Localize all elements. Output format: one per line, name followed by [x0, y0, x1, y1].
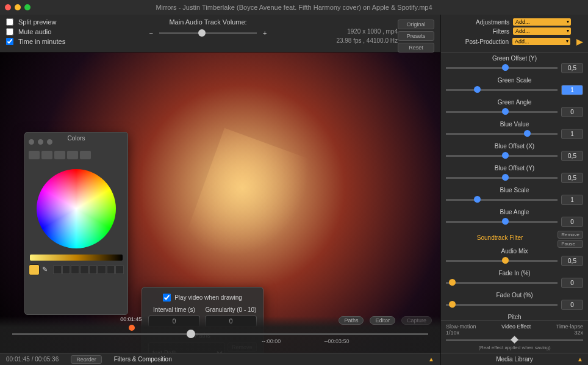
- time-minutes-label: Time in minutes: [18, 38, 65, 45]
- expand-icon[interactable]: ▲: [428, 356, 434, 363]
- adjustments-add-menu[interactable]: Add...: [513, 18, 571, 26]
- timeline-area: Paths Editor Capture 00:01:45 --:00:00 -…: [0, 316, 440, 353]
- param-row: Green Offset (Y)0,5: [446, 55, 583, 73]
- param-slider[interactable]: [446, 67, 558, 69]
- volume-minus-button[interactable]: −: [149, 29, 153, 37]
- playhead[interactable]: [187, 330, 195, 338]
- speed-max-label: 32x: [574, 330, 583, 336]
- param-value[interactable]: 0: [561, 217, 583, 227]
- timeline-marker[interactable]: [129, 325, 135, 331]
- presets-button[interactable]: Presets: [398, 31, 434, 41]
- param-label: Blue Value: [446, 121, 583, 128]
- param-label: Green Angle: [446, 99, 583, 106]
- current-color-swatch[interactable]: [29, 264, 40, 275]
- reset-button[interactable]: Reset: [398, 43, 434, 52]
- param-row: Blue Offset (Y)0,5: [446, 165, 583, 183]
- paths-tab-button[interactable]: Paths: [339, 316, 364, 325]
- active-tab-label[interactable]: Filters & Composition: [114, 356, 172, 363]
- param-value[interactable]: 0: [561, 300, 583, 310]
- right-footer[interactable]: Media Library ▲: [441, 353, 588, 365]
- play-when-drawing-label: Play video when drawing: [174, 294, 242, 301]
- remove-filter-button[interactable]: Remove: [558, 231, 583, 239]
- swatch-grid[interactable]: [53, 266, 124, 274]
- volume-slider[interactable]: [159, 32, 257, 34]
- param-row: Green Angle0: [446, 99, 583, 117]
- reorder-button[interactable]: Reorder: [71, 355, 102, 364]
- param-slider[interactable]: [446, 221, 558, 223]
- granularity-label: Granularity (0 - 10): [205, 306, 257, 313]
- param-slider[interactable]: [446, 177, 558, 179]
- param-value[interactable]: 0,5: [561, 151, 583, 161]
- param-slider[interactable]: [446, 111, 558, 113]
- param-slider[interactable]: [446, 199, 558, 201]
- param-row: Pitch1: [446, 314, 583, 320]
- param-slider[interactable]: [446, 133, 558, 135]
- param-row: Blue Scale1: [446, 187, 583, 205]
- trim-end-label: --00:03:50: [324, 338, 350, 344]
- postprod-add-menu[interactable]: Add...: [512, 38, 570, 45]
- interval-label: Interval time (s): [148, 306, 200, 313]
- capture-tab-button[interactable]: Capture: [401, 316, 432, 325]
- param-label: Blue Offset (X): [446, 143, 583, 150]
- param-value[interactable]: 0: [561, 107, 583, 117]
- editor-tab-button[interactable]: Editor: [370, 316, 395, 325]
- param-value[interactable]: 0,5: [561, 256, 583, 266]
- param-label: Audio Mix: [446, 248, 583, 255]
- param-row: Blue Angle0: [446, 209, 583, 227]
- param-value[interactable]: 1: [561, 195, 583, 205]
- marker-time-label: 00:01:45: [120, 316, 142, 322]
- brightness-slider[interactable]: [30, 255, 123, 261]
- mute-audio-toggle[interactable]: Mute audio: [6, 28, 104, 35]
- colors-title: Colors: [25, 135, 127, 142]
- time-minutes-toggle[interactable]: Time in minutes: [6, 38, 104, 45]
- param-slider[interactable]: [446, 282, 558, 284]
- filters-add-menu[interactable]: Add...: [513, 27, 571, 35]
- status-bar: 00:01:45 / 00:05:36 Reorder Filters & Co…: [0, 353, 440, 365]
- param-value[interactable]: 0: [561, 278, 583, 288]
- timeline-slider[interactable]: 00:01:45 --:00:00 --00:03:50: [12, 333, 428, 335]
- color-wheel[interactable]: [37, 169, 116, 248]
- param-row: Green Scale1: [446, 77, 583, 95]
- param-row: Fade Out (%)0: [446, 292, 583, 310]
- colors-panel[interactable]: Colors ✎: [24, 132, 128, 315]
- slow-motion-label: Slow-motion: [446, 323, 476, 330]
- param-slider[interactable]: [446, 304, 558, 306]
- expand-icon[interactable]: ▲: [577, 356, 583, 363]
- param-row: Blue Offset (X)0,5: [446, 143, 583, 161]
- play-when-drawing-toggle[interactable]: [163, 294, 171, 302]
- param-label: Blue Offset (Y): [446, 165, 583, 172]
- param-slider[interactable]: [446, 260, 558, 262]
- split-preview-label: Split preview: [18, 18, 56, 26]
- filters-label: Filters: [446, 28, 509, 35]
- video-effect-panel: Slow-motion Video Effect Time-lapse 1/10…: [441, 320, 588, 353]
- effect-note: (Real effect applied when saving): [446, 345, 583, 350]
- param-row: Audio Mix0,5: [446, 248, 583, 266]
- media-library-label: Media Library: [496, 356, 533, 363]
- param-label: Fade Out (%): [446, 292, 583, 298]
- param-label: Blue Angle: [446, 209, 583, 215]
- volume-plus-button[interactable]: +: [263, 29, 267, 37]
- original-button[interactable]: Original: [398, 20, 434, 29]
- param-slider[interactable]: [446, 155, 558, 157]
- param-label: Pitch: [446, 314, 583, 320]
- media-rate: 23.98 fps , 44100.0 Hz: [312, 36, 398, 45]
- param-value[interactable]: 1: [561, 129, 583, 139]
- param-row: Fade In (%)0: [446, 270, 583, 288]
- param-value[interactable]: 0,5: [561, 173, 583, 183]
- mute-audio-label: Mute audio: [18, 28, 51, 35]
- eyedropper-icon[interactable]: ✎: [42, 266, 51, 274]
- param-value[interactable]: 0,5: [561, 63, 583, 73]
- param-label: Green Scale: [446, 77, 583, 84]
- video-viewer[interactable]: Colors ✎ Play video when drawing: [0, 52, 440, 353]
- adjustments-label: Adjustments: [446, 19, 509, 26]
- param-value[interactable]: 1: [561, 85, 583, 95]
- speed-slider[interactable]: [446, 339, 583, 341]
- titlebar: Mirrors - Justin Timberlake (Boyce Avenu…: [0, 0, 588, 15]
- color-picker-tabs[interactable]: [29, 151, 124, 159]
- play-effect-icon[interactable]: ▶: [576, 37, 583, 46]
- param-slider[interactable]: [446, 89, 558, 91]
- window-title: Mirrors - Justin Timberlake (Boyce Avenu…: [0, 4, 588, 11]
- top-controls: Split preview Mute audio Time in minutes…: [0, 15, 440, 52]
- split-preview-toggle[interactable]: Split preview: [6, 18, 104, 26]
- pause-filter-button[interactable]: Pause: [558, 240, 583, 248]
